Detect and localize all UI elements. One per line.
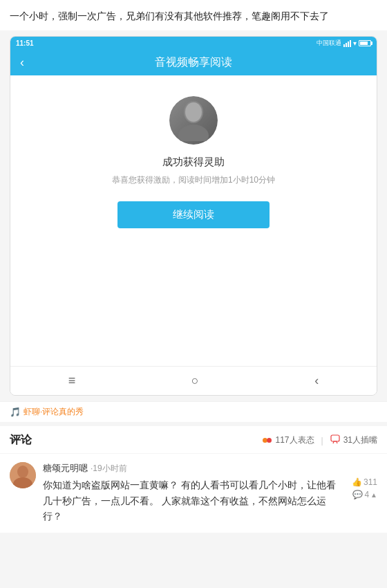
phone-content-area: 成功获得灵助 恭喜您获得激励，阅读时间增加1小时10分钟 继续阅读 — [10, 75, 377, 366]
source-music-icon: 🎵 — [10, 407, 21, 417]
phone-bottom-nav: ≡ ○ ‹ — [10, 366, 377, 395]
svg-point-1 — [178, 125, 209, 141]
wifi-icon: ▾ — [353, 39, 357, 47]
comment-text-area: 你知道为啥盗版网站一直黄嘛？ 有的人看书可以看几个小时，让他看几十秒广告，一点儿… — [43, 477, 377, 524]
comment-meta-left: 糖颂元明嗯 ·19小时前 — [43, 462, 127, 475]
insert-icon — [330, 434, 340, 446]
like-count: 117人表态 — [275, 434, 314, 446]
insert-stat: 31人插嘴 — [330, 434, 377, 446]
reply-arrow: ▲ — [370, 491, 377, 499]
nav-title: 音视频畅享阅读 — [155, 55, 232, 70]
stats-divider: | — [321, 436, 323, 445]
comment-time: ·19小时前 — [91, 463, 127, 473]
back-icon[interactable]: ‹ — [20, 55, 24, 70]
post-content: 一个小时，强制一次广告，兄弟们有没有其他软件推荐，笔趣阁用不下去了 — [0, 0, 387, 30]
comment-avatar — [10, 462, 36, 488]
comment-meta: 糖颂元明嗯 ·19小时前 — [43, 462, 377, 475]
comments-title: 评论 — [10, 433, 32, 448]
avatar-image — [169, 96, 218, 145]
status-right: 中国联通 ▾ — [317, 39, 371, 48]
success-subtitle: 恭喜您获得激励，阅读时间增加1小时10分钟 — [112, 174, 275, 186]
home-icon[interactable]: ○ — [191, 374, 199, 388]
continue-reading-button[interactable]: 继续阅读 — [117, 201, 270, 228]
signal-text: 中国联通 — [317, 39, 341, 48]
comment-body: 糖颂元明嗯 ·19小时前 你知道为啥盗版网站一直黄嘛？ 有的人看书可以看几个小时… — [43, 462, 377, 524]
comments-header: 评论 117人表态 | 31人插嘴 — [0, 422, 387, 453]
user-avatar — [169, 96, 218, 145]
phone-screenshot: 11:51 中国联通 ▾ ‹ 音视频畅享阅读 — [10, 36, 377, 396]
comment-reply-button[interactable]: 💬 4 ▲ — [352, 490, 377, 499]
svg-rect-3 — [331, 435, 339, 441]
source-label: 虾聊·评论真的秀 — [23, 406, 84, 418]
like-dots — [263, 438, 272, 443]
like-count: 311 — [364, 477, 377, 487]
svg-point-2 — [185, 102, 202, 122]
phone-nav-bar: ‹ 音视频畅享阅读 — [10, 50, 377, 75]
post-text: 一个小时，强制一次广告，兄弟们有没有其他软件推荐，笔趣阁用不下去了 — [10, 10, 329, 21]
signal-bars-icon — [343, 40, 351, 47]
phone-back-icon[interactable]: ‹ — [314, 374, 319, 388]
comment-text: 你知道为啥盗版网站一直黄嘛？ 有的人看书可以看几个小时，让他看几十秒广告，一点儿… — [43, 477, 336, 524]
menu-icon[interactable]: ≡ — [68, 374, 76, 388]
comments-stats: 117人表态 | 31人插嘴 — [263, 434, 377, 446]
reply-icon: 💬 — [352, 490, 363, 499]
comment-like-button[interactable]: 👍 311 — [352, 477, 377, 487]
insert-count: 31人插嘴 — [343, 434, 377, 446]
like-thumb-icon: 👍 — [352, 477, 362, 487]
battery-icon — [359, 40, 371, 46]
like-stat: 117人表态 — [263, 434, 314, 446]
success-title: 成功获得灵助 — [162, 156, 225, 169]
comment-author: 糖颂元明嗯 — [43, 463, 88, 473]
comment-item: 糖颂元明嗯 ·19小时前 你知道为啥盗版网站一直黄嘛？ 有的人看书可以看几个小时… — [0, 453, 387, 532]
status-time: 11:51 — [16, 39, 34, 47]
svg-point-5 — [17, 466, 28, 478]
phone-status-bar: 11:51 中国联通 ▾ — [10, 37, 377, 50]
comment-right-actions: 👍 311 💬 4 ▲ — [336, 477, 377, 499]
source-tag: 🎵 虾聊·评论真的秀 — [0, 401, 387, 422]
reply-count: 4 — [364, 490, 369, 499]
